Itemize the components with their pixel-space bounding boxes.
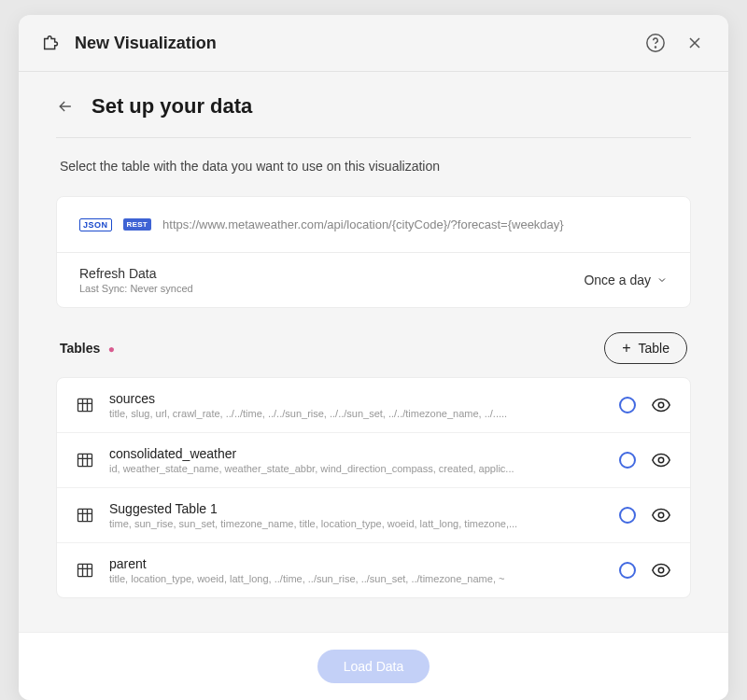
step-description: Select the table with the data you want … bbox=[56, 159, 691, 174]
back-button[interactable] bbox=[56, 97, 75, 116]
table-list: sources title, slug, url, crawl_rate, ..… bbox=[56, 377, 691, 598]
chevron-down-icon bbox=[656, 274, 668, 286]
refresh-label: Refresh Data bbox=[79, 266, 193, 281]
puzzle-icon bbox=[41, 33, 62, 53]
tables-label-wrap: Tables ● bbox=[60, 340, 115, 357]
table-columns: time, sun_rise, sun_set, timezone_name, … bbox=[109, 518, 604, 529]
table-radio[interactable] bbox=[619, 507, 636, 524]
modal-title: New Visualization bbox=[75, 34, 644, 53]
svg-point-9 bbox=[658, 567, 664, 573]
table-radio[interactable] bbox=[619, 562, 636, 579]
last-sync-label: Last Sync: Never synced bbox=[79, 283, 193, 294]
step-title: Set up your data bbox=[92, 94, 252, 119]
datasource-card: JSON REST https://www.metaweather.com/ap… bbox=[56, 196, 691, 308]
table-name: sources bbox=[109, 391, 604, 406]
table-radio[interactable] bbox=[619, 452, 636, 469]
datasource-row: JSON REST https://www.metaweather.com/ap… bbox=[57, 197, 690, 252]
svg-point-3 bbox=[658, 402, 664, 408]
header-actions bbox=[644, 32, 706, 54]
tables-header: Tables ● + Table bbox=[56, 332, 691, 364]
table-icon bbox=[76, 506, 94, 525]
new-visualization-modal: New Visualization Set up your data bbox=[19, 15, 728, 700]
table-info: sources title, slug, url, crawl_rate, ..… bbox=[109, 391, 604, 419]
refresh-info: Refresh Data Last Sync: Never synced bbox=[79, 266, 193, 294]
preview-button[interactable] bbox=[651, 395, 671, 415]
modal-footer: Load Data bbox=[19, 632, 728, 700]
svg-rect-6 bbox=[78, 509, 92, 521]
table-name: consolidated_weather bbox=[109, 446, 604, 461]
table-icon bbox=[76, 561, 94, 580]
preview-button[interactable] bbox=[651, 450, 671, 470]
refresh-frequency-select[interactable]: Once a day bbox=[584, 273, 668, 287]
svg-rect-8 bbox=[78, 564, 92, 576]
table-columns: title, slug, url, crawl_rate, ../../time… bbox=[109, 408, 604, 419]
help-button[interactable] bbox=[644, 32, 667, 54]
modal-content: Set up your data Select the table with t… bbox=[19, 72, 728, 632]
table-name: parent bbox=[109, 556, 604, 571]
table-icon bbox=[76, 396, 94, 414]
preview-button[interactable] bbox=[651, 560, 671, 581]
table-row[interactable]: sources title, slug, url, crawl_rate, ..… bbox=[57, 378, 690, 433]
table-icon bbox=[76, 451, 94, 469]
add-table-label: Table bbox=[639, 341, 669, 356]
preview-button[interactable] bbox=[651, 505, 671, 525]
add-table-button[interactable]: + Table bbox=[604, 332, 687, 364]
svg-point-1 bbox=[655, 47, 655, 48]
svg-point-5 bbox=[658, 457, 664, 463]
table-info: consolidated_weather id, weather_state_n… bbox=[109, 446, 604, 474]
table-info: Suggested Table 1 time, sun_rise, sun_se… bbox=[109, 501, 604, 529]
table-name: Suggested Table 1 bbox=[109, 501, 604, 516]
load-data-button[interactable]: Load Data bbox=[317, 650, 430, 683]
svg-rect-4 bbox=[78, 454, 92, 466]
tables-label: Tables bbox=[60, 341, 100, 356]
datasource-url: https://www.metaweather.com/api/location… bbox=[162, 217, 564, 231]
json-badge: JSON bbox=[79, 218, 112, 231]
table-columns: title, location_type, woeid, latt_long, … bbox=[109, 573, 604, 584]
refresh-frequency-value: Once a day bbox=[584, 273, 651, 287]
svg-rect-2 bbox=[78, 399, 92, 411]
table-row[interactable]: Suggested Table 1 time, sun_rise, sun_se… bbox=[57, 488, 690, 543]
required-dot: ● bbox=[108, 343, 115, 356]
svg-point-7 bbox=[658, 512, 664, 518]
table-radio[interactable] bbox=[619, 397, 636, 413]
table-row[interactable]: consolidated_weather id, weather_state_n… bbox=[57, 433, 690, 488]
plus-icon: + bbox=[622, 341, 630, 356]
rest-badge: REST bbox=[123, 218, 152, 231]
refresh-row: Refresh Data Last Sync: Never synced Onc… bbox=[57, 252, 690, 307]
table-row[interactable]: parent title, location_type, woeid, latt… bbox=[57, 543, 690, 597]
modal-header: New Visualization bbox=[19, 15, 728, 72]
table-columns: id, weather_state_name, weather_state_ab… bbox=[109, 463, 604, 474]
close-button[interactable] bbox=[684, 32, 706, 54]
step-header: Set up your data bbox=[56, 94, 691, 138]
table-info: parent title, location_type, woeid, latt… bbox=[109, 556, 604, 584]
close-icon bbox=[685, 34, 704, 52]
help-icon bbox=[645, 33, 666, 53]
